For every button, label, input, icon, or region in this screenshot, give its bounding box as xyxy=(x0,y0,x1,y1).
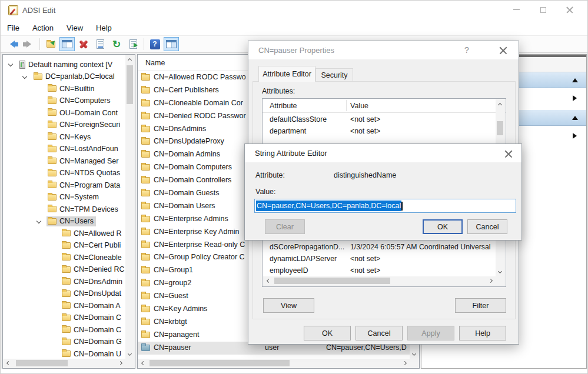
scroll-down-button[interactable] xyxy=(125,350,134,359)
value-column-header[interactable]: Value xyxy=(350,102,368,110)
tree-item-content[interactable]: CN=Builtin xyxy=(46,84,97,94)
scrollbar-thumb[interactable] xyxy=(16,360,68,366)
attribute-row[interactable]: dynamicLDAPServer<not set> xyxy=(263,253,496,265)
scrollbar-thumb[interactable] xyxy=(497,121,503,135)
list-horizontal-scrollbar[interactable] xyxy=(138,359,410,368)
attribute-row[interactable]: department<not set> xyxy=(263,126,496,138)
tree-item-content[interactable]: CN=Denied RC xyxy=(61,265,125,275)
tree-item-content[interactable]: CN=Computers xyxy=(46,96,113,106)
tree-item-content[interactable]: CN=Domain A xyxy=(61,300,123,310)
close-button[interactable] xyxy=(556,1,583,19)
tree-item[interactable]: CN=Domain C xyxy=(3,323,125,336)
dialog-close-button[interactable] xyxy=(499,46,508,55)
tree-item-content[interactable]: CN=Allowed R xyxy=(61,228,124,238)
refresh-button[interactable]: ↻ xyxy=(109,37,124,51)
tree-item[interactable]: CN=Cert Publi xyxy=(3,239,125,252)
tree-item-content[interactable]: CN=ForeignSecuri xyxy=(46,120,122,130)
attribute-row[interactable]: dSCorePropagationD...1/3/2024 6:05:57 AM… xyxy=(263,242,496,253)
maximize-button[interactable] xyxy=(530,1,556,19)
tree-item[interactable]: CN=Domain C xyxy=(3,312,125,324)
tree-item[interactable]: CN=Builtin xyxy=(3,82,125,95)
scrollbar-thumb[interactable] xyxy=(274,278,390,284)
tree-item[interactable]: CN=LostAndFoun xyxy=(3,143,125,155)
tree-item[interactable]: CN=Users xyxy=(3,215,125,228)
attribute-row[interactable]: defaultClassStore<not set> xyxy=(263,114,496,126)
menu-file[interactable]: File xyxy=(1,21,26,35)
scroll-right-button[interactable] xyxy=(117,359,125,368)
tree-item-content[interactable]: CN=Domain C xyxy=(61,325,124,335)
menu-help[interactable]: Help xyxy=(89,21,118,35)
menu-view[interactable]: View xyxy=(60,21,89,35)
tree-item[interactable]: CN=Allowed R xyxy=(3,227,125,239)
properties-button[interactable] xyxy=(92,37,108,51)
help-button[interactable]: Help xyxy=(459,326,506,340)
tree-item[interactable]: CN=System xyxy=(3,191,125,203)
view-button[interactable]: View xyxy=(263,298,314,313)
ok-button[interactable]: OK xyxy=(423,219,463,234)
tree-item[interactable]: CN=Domain G xyxy=(3,336,125,348)
apply-button[interactable]: Apply xyxy=(407,326,454,340)
ok-button[interactable]: OK xyxy=(304,326,351,340)
tree-item-content[interactable]: CN=Cloneable xyxy=(61,252,124,262)
clear-button[interactable]: Clear xyxy=(265,219,305,234)
tree-item[interactable]: CN=NTDS Quotas xyxy=(3,167,125,179)
tree-item[interactable]: CN=Domain U xyxy=(3,348,125,359)
value-input[interactable]: CN=pauser,CN=Users,DC=panlab,DC=local xyxy=(254,199,516,213)
collapse-arrow-icon[interactable] xyxy=(572,116,578,120)
tree-item[interactable]: CN=ForeignSecuri xyxy=(3,119,125,131)
tree-vertical-scrollbar[interactable] xyxy=(125,55,135,359)
tree-item-content[interactable]: CN=NTDS Quotas xyxy=(46,168,122,178)
dialog-close-button[interactable] xyxy=(504,150,513,158)
scroll-right-button[interactable] xyxy=(401,359,410,368)
name-column-header[interactable]: Name xyxy=(145,59,165,67)
tab-attribute-editor[interactable]: Attribute Editor xyxy=(258,66,315,82)
tree-item-content[interactable]: CN=Program Data xyxy=(46,180,122,190)
dialog-help-button[interactable]: ? xyxy=(461,45,473,55)
scroll-left-button[interactable] xyxy=(3,359,12,368)
tree-item-content[interactable]: CN=DnsUpdat xyxy=(61,289,124,299)
expand-chevron-icon[interactable] xyxy=(22,74,27,78)
scroll-down-button[interactable] xyxy=(410,350,418,359)
tree-item-content[interactable]: CN=Cert Publi xyxy=(61,241,123,251)
tree-item[interactable]: CN=Managed Ser xyxy=(3,155,125,167)
forward-button[interactable] xyxy=(21,37,36,51)
cancel-button[interactable]: Cancel xyxy=(467,219,507,234)
scroll-right-button[interactable] xyxy=(487,276,496,285)
scrollbar-thumb[interactable] xyxy=(127,65,133,104)
scrollbar-thumb[interactable] xyxy=(150,360,290,366)
tree-item[interactable]: CN=Denied RC xyxy=(3,263,125,276)
menu-action[interactable]: Action xyxy=(26,21,60,35)
help-button[interactable]: ? xyxy=(147,37,162,51)
tree-item-content[interactable]: CN=Domain U xyxy=(61,349,124,359)
back-button[interactable] xyxy=(5,37,20,51)
attribute-row[interactable]: employeeID<not set> xyxy=(263,265,496,277)
tree-item[interactable]: CN=Keys xyxy=(3,131,125,143)
tree-item-content[interactable]: CN=Domain C xyxy=(61,313,124,323)
tree-horizontal-scrollbar[interactable] xyxy=(3,359,125,368)
filter-button[interactable]: Filter xyxy=(455,298,506,313)
table-horizontal-scrollbar[interactable] xyxy=(263,276,496,286)
up-one-level-button[interactable] xyxy=(43,37,58,51)
tree-item[interactable]: CN=DnsUpdat xyxy=(3,288,125,300)
scroll-up-button[interactable] xyxy=(125,55,134,64)
tree-item-content[interactable]: CN=Users xyxy=(46,216,96,226)
tree-item-content[interactable]: CN=Managed Ser xyxy=(46,156,121,166)
scroll-up-button[interactable] xyxy=(496,99,504,108)
tree-item[interactable]: DC=panlab,DC=local xyxy=(3,71,125,83)
tree-item[interactable]: Default naming context [V xyxy=(3,58,125,71)
tree-item[interactable]: CN=TPM Devices xyxy=(3,203,125,215)
tree-item-content[interactable]: CN=LostAndFoun xyxy=(46,144,121,154)
tree-item-content[interactable]: CN=System xyxy=(46,192,101,202)
expand-chevron-icon[interactable] xyxy=(36,218,41,223)
tree-item[interactable]: CN=Program Data xyxy=(3,179,125,191)
tree-item[interactable]: OU=Domain Cont xyxy=(3,106,125,119)
show-action-pane-button[interactable] xyxy=(164,37,179,51)
tree-item[interactable]: CN=Cloneable xyxy=(3,251,125,263)
attributes-table-header[interactable]: Attribute Value xyxy=(263,99,506,113)
show-console-tree-button[interactable] xyxy=(59,37,75,51)
expand-chevron-icon[interactable] xyxy=(8,62,13,66)
delete-button[interactable] xyxy=(76,37,91,51)
scroll-left-button[interactable] xyxy=(138,359,147,368)
tree-item[interactable]: CN=Domain A xyxy=(3,299,125,312)
minimize-button[interactable] xyxy=(503,1,530,19)
